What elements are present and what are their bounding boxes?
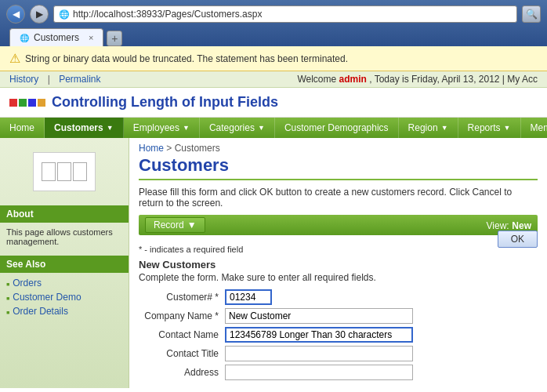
- categories-arrow-icon: ▼: [258, 124, 265, 132]
- separator: |: [48, 74, 50, 85]
- app-header: Controlling Length of Input Fields: [0, 88, 547, 118]
- nav-employees[interactable]: Employees ▼: [124, 118, 200, 138]
- contact-name-wrapper: [225, 327, 413, 343]
- logo-page-1: [42, 162, 56, 181]
- browser-chrome: ◀ ▶ 🌐 http://localhost:38933/Pages/Custo…: [0, 0, 547, 46]
- breadcrumb-separator: >: [166, 143, 174, 154]
- warning-text: String or binary data would be truncated…: [25, 53, 348, 64]
- region-arrow-icon: ▼: [441, 124, 448, 132]
- warning-icon: ⚠: [9, 51, 20, 66]
- form-subtitle: Complete the form. Make sure to enter al…: [139, 272, 538, 283]
- logo-square-green: [19, 99, 27, 107]
- nav-home[interactable]: Home: [0, 118, 45, 138]
- input-customer-number[interactable]: [225, 289, 272, 305]
- employees-arrow-icon: ▼: [183, 124, 190, 132]
- nav-categories[interactable]: Categories ▼: [200, 118, 275, 138]
- history-links: History | Permalink: [9, 74, 107, 85]
- nav-membership[interactable]: Membership: [521, 118, 548, 138]
- history-link[interactable]: History: [9, 74, 38, 85]
- welcome-text: Welcome admin , Today is Friday, April 1…: [297, 74, 538, 85]
- required-note: * - indicates a required field: [139, 245, 243, 254]
- sidebar: About This page allows customers managem…: [0, 138, 129, 388]
- search-button[interactable]: 🔍: [522, 5, 541, 23]
- label-customer-number: Customer# *: [139, 292, 225, 303]
- back-button[interactable]: ◀: [6, 5, 25, 24]
- history-bar: History | Permalink Welcome admin , Toda…: [0, 71, 547, 88]
- input-company-name[interactable]: [225, 308, 413, 324]
- label-address: Address: [139, 367, 225, 378]
- tab-close-button[interactable]: ×: [89, 33, 93, 42]
- input-address[interactable]: [225, 365, 413, 380]
- input-contact-name[interactable]: [225, 327, 413, 343]
- record-toolbar: Record ▼ View: New: [139, 215, 538, 235]
- browser-toolbar: ◀ ▶ 🌐 http://localhost:38933/Pages/Custo…: [6, 5, 541, 24]
- url-text: http://localhost:38933/Pages/Customers.a…: [73, 9, 262, 20]
- logo-square-blue: [28, 99, 36, 107]
- record-arrow-icon: ▼: [187, 220, 197, 230]
- customers-arrow-icon: ▼: [107, 124, 114, 132]
- content-area: About This page allows customers managem…: [0, 138, 547, 388]
- sidebar-logo: [33, 152, 96, 191]
- nav-region[interactable]: Region ▼: [399, 118, 458, 138]
- sidebar-logo-inner: [42, 162, 87, 181]
- instruction-text: Please fill this form and click OK butto…: [139, 187, 538, 209]
- field-address: Address: [139, 365, 538, 380]
- view-section: View: New: [487, 220, 531, 231]
- sidebar-link-orders[interactable]: Orders: [6, 276, 122, 290]
- field-customer-number: Customer# *: [139, 289, 538, 305]
- field-company-name: Company Name *: [139, 308, 538, 324]
- admin-name: admin: [339, 74, 367, 85]
- warning-banner: ⚠ String or binary data would be truncat…: [0, 46, 547, 71]
- new-tab-button[interactable]: +: [107, 31, 122, 46]
- field-contact-name: Contact Name: [139, 327, 538, 343]
- address-bar[interactable]: 🌐 http://localhost:38933/Pages/Customers…: [53, 5, 517, 23]
- tab-bar: 🌐 Customers × +: [6, 28, 541, 46]
- sidebar-links: Orders Customer Demo Order Details: [0, 273, 129, 321]
- app-title: Controlling Length of Input Fields: [52, 94, 278, 111]
- permalink-link[interactable]: Permalink: [59, 74, 100, 85]
- page-title: Customers: [139, 155, 538, 180]
- logo-page-3: [73, 162, 87, 181]
- sidebar-link-order-details[interactable]: Order Details: [6, 304, 122, 318]
- field-contact-title: Contact Title: [139, 346, 538, 361]
- label-contact-name: Contact Name: [139, 329, 225, 340]
- sidebar-link-customer-demo[interactable]: Customer Demo: [6, 290, 122, 304]
- form-title: New Customers: [139, 259, 538, 270]
- forward-button[interactable]: ▶: [30, 5, 49, 24]
- form-header-row: * - indicates a required field OK: [139, 240, 538, 259]
- app-logo: [9, 99, 45, 107]
- sidebar-about-heading: About: [0, 205, 129, 223]
- label-company-name: Company Name *: [139, 310, 225, 321]
- reports-arrow-icon: ▼: [504, 124, 511, 132]
- input-contact-title[interactable]: [225, 346, 413, 361]
- breadcrumb: Home > Customers: [139, 143, 538, 154]
- view-value: New: [512, 220, 531, 231]
- record-button[interactable]: Record ▼: [145, 217, 205, 233]
- sidebar-see-also-heading: See Also: [0, 256, 129, 273]
- nav-bar: Home Customers ▼ Employees ▼ Categories …: [0, 118, 547, 138]
- logo-page-2: [57, 162, 71, 181]
- breadcrumb-current: Customers: [175, 143, 220, 154]
- label-contact-title: Contact Title: [139, 348, 225, 359]
- nav-reports[interactable]: Reports ▼: [458, 118, 521, 138]
- nav-customers[interactable]: Customers ▼: [45, 118, 124, 138]
- active-tab[interactable]: 🌐 Customers ×: [9, 28, 103, 46]
- logo-square-yellow: [38, 99, 45, 107]
- ok-button[interactable]: OK: [498, 230, 538, 248]
- logo-square-red: [9, 99, 17, 107]
- sidebar-about-text: This page allows customers management.: [0, 223, 129, 251]
- browser-icon: 🌐: [59, 9, 70, 20]
- main-content: Home > Customers Customers Please fill t…: [129, 138, 547, 388]
- view-label: View:: [487, 220, 509, 231]
- tab-title: Customers: [34, 32, 79, 43]
- breadcrumb-home[interactable]: Home: [139, 143, 164, 154]
- tab-favicon-icon: 🌐: [20, 34, 29, 42]
- nav-customer-demographics[interactable]: Customer Demographics: [275, 118, 399, 138]
